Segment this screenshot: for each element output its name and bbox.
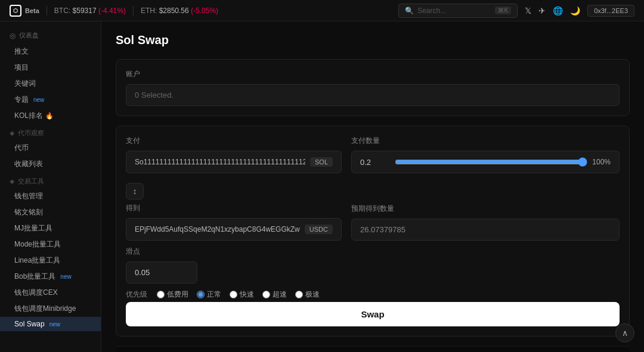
divider-2: [133, 6, 134, 15]
logo-icon: ⬡: [10, 5, 21, 17]
btc-price: BTC: $59317 (-4.41%): [54, 7, 126, 15]
topbar-icons: 𝕏 ✈ 🌐 🌙: [525, 6, 580, 15]
globe-icon[interactable]: 🌐: [553, 6, 563, 15]
priority-option-normal[interactable]: 正常: [197, 289, 221, 300]
sidebar-item-inscriptions[interactable]: 铭文铭刻: [0, 204, 101, 220]
swap-button[interactable]: Swap: [126, 302, 620, 326]
scroll-top-button[interactable]: ∧: [615, 323, 634, 342]
topics-new-badge: new: [33, 96, 44, 103]
sidebar-item-mode-batch[interactable]: Mode批量工具: [0, 236, 101, 253]
app-name: Beta: [25, 7, 39, 14]
sol-swap-new-badge: new: [49, 321, 60, 328]
search-bar[interactable]: 🔍 Search... ⌘K: [398, 4, 518, 18]
priority-section: 优先级 低费用 正常 快速 超速 极速: [126, 289, 620, 300]
sidebar-item-tweets[interactable]: 推文: [0, 43, 101, 60]
pay-label: 支付: [126, 136, 342, 146]
content-area: Sol Swap 账户 0 Selected. 支付 SOL 支付数量: [101, 21, 644, 352]
pay-card: 支付 SOL 支付数量 100% ↕: [116, 126, 630, 337]
bob-new-badge: new: [60, 273, 71, 280]
eth-price: ETH: $2850.56 (-5.05%): [141, 7, 218, 15]
priority-radio-group: 低费用 正常 快速 超速 极速: [157, 289, 320, 300]
tools-section-icon: ◈: [10, 177, 14, 185]
main-layout: ◎ 仪表盘 推文 项目 关键词 专题 new KOL排名 🔥 ◈ 代币观察 代币: [0, 21, 644, 352]
pay-percent: 100%: [592, 158, 611, 166]
section-title-dashboard: ◎ 仪表盘: [10, 31, 91, 40]
dashboard-icon: ◎: [10, 32, 16, 40]
telegram-icon[interactable]: ✈: [538, 6, 546, 15]
sidebar-item-sol-swap[interactable]: Sol Swap new: [0, 317, 101, 331]
receive-label: 得到: [126, 203, 342, 213]
sidebar-item-watchlist[interactable]: 收藏列表: [0, 156, 101, 172]
pay-token-badge: SOL: [310, 157, 333, 167]
divider-1: [47, 6, 47, 15]
app-logo[interactable]: ⬡ Beta: [10, 5, 39, 17]
priority-label: 优先级: [126, 289, 147, 300]
slippage-section: 滑点: [126, 247, 620, 284]
receive-expected-amount: 26.07379785: [351, 219, 620, 241]
receive-token-badge: USDC: [305, 225, 333, 234]
coins-section-icon: ◈: [10, 129, 14, 137]
sidebar-item-projects[interactable]: 项目: [0, 60, 101, 76]
swap-arrow-wrap: ↕: [126, 179, 620, 203]
slippage-label: 滑点: [126, 247, 620, 257]
sidebar-item-keywords[interactable]: 关键词: [0, 76, 101, 92]
priority-option-low[interactable]: 低费用: [157, 289, 188, 300]
receive-address-wrap: USDC: [126, 218, 342, 241]
sidebar-item-cex[interactable]: 钱包调度CEX: [0, 285, 101, 301]
account-select[interactable]: 0 Selected.: [126, 84, 620, 106]
sidebar-item-linea-batch[interactable]: Linea批量工具: [0, 253, 101, 269]
pay-amount-input[interactable]: [360, 158, 390, 167]
pay-address-wrap: SOL: [126, 151, 342, 173]
page-title: Sol Swap: [116, 33, 630, 47]
pay-amount-label: 支付数量: [351, 136, 620, 146]
chevron-up-icon: ∧: [622, 328, 628, 338]
receive-address-input[interactable]: [135, 225, 300, 233]
receive-expected-label: 预期得到数量: [351, 204, 620, 214]
sidebar-item-minibridge[interactable]: 钱包调度Minibridge: [0, 301, 101, 317]
priority-option-fastest[interactable]: 极速: [295, 289, 320, 300]
swap-direction-button[interactable]: ↕: [126, 183, 144, 200]
priority-option-fast[interactable]: 快速: [230, 289, 254, 300]
sidebar-section-coins: ◈ 代币观察: [0, 124, 101, 140]
wallet-address[interactable]: 0x3f...2EE3: [587, 5, 634, 17]
sidebar-section-dashboard: ◎ 仪表盘: [0, 27, 101, 43]
slippage-input[interactable]: [126, 261, 197, 284]
receive-right: 预期得到数量 26.07379785: [351, 204, 620, 241]
kol-fire-icon: 🔥: [45, 112, 54, 120]
bottom-area: [116, 346, 630, 352]
pay-amount-slider[interactable]: [395, 157, 587, 167]
search-kbd: ⌘K: [495, 7, 511, 14]
pay-amount-wrap: 100%: [351, 151, 620, 173]
theme-icon[interactable]: 🌙: [570, 6, 580, 15]
sidebar-section-tools: ◈ 交易工具: [0, 172, 101, 188]
account-label: 账户: [126, 69, 620, 79]
pay-address-input[interactable]: [135, 158, 305, 166]
account-card: 账户 0 Selected.: [116, 59, 630, 116]
sidebar-item-topics[interactable]: 专题 new: [0, 92, 101, 108]
sidebar-item-coins[interactable]: 代币: [0, 140, 101, 156]
receive-left: 得到 USDC: [126, 203, 342, 241]
sidebar-item-wallet-mgr[interactable]: 钱包管理: [0, 188, 101, 204]
search-icon: 🔍: [405, 7, 414, 15]
priority-option-faster[interactable]: 超速: [262, 289, 287, 300]
topbar: ⬡ Beta BTC: $59317 (-4.41%) ETH: $2850.5…: [0, 0, 644, 21]
pay-right: 支付数量 100%: [351, 136, 620, 173]
twitter-icon[interactable]: 𝕏: [525, 6, 531, 15]
sidebar: ◎ 仪表盘 推文 项目 关键词 专题 new KOL排名 🔥 ◈ 代币观察 代币: [0, 21, 101, 352]
sidebar-item-mj-batch[interactable]: MJ批量工具: [0, 220, 101, 236]
pay-left: 支付 SOL: [126, 136, 342, 173]
sidebar-item-kol[interactable]: KOL排名 🔥: [0, 108, 101, 124]
sidebar-item-bob-batch[interactable]: Bob批量工具 new: [0, 269, 101, 285]
